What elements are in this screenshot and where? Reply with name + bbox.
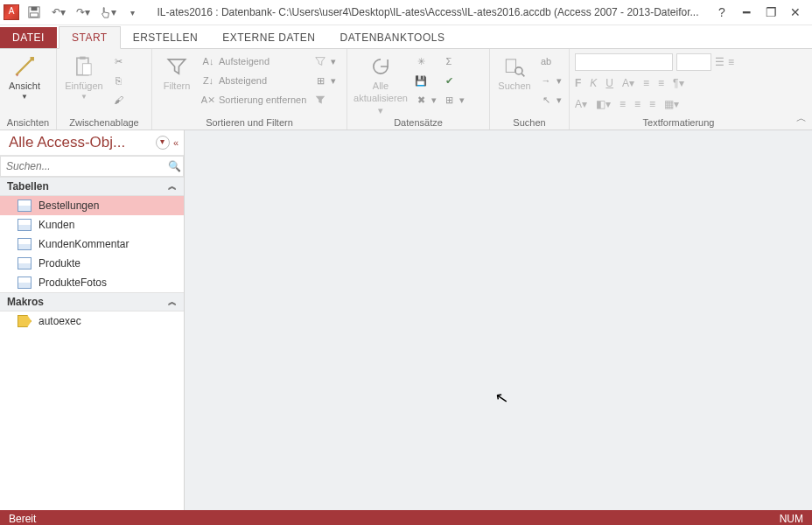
para-dir-icon[interactable]: ¶▾	[673, 77, 683, 89]
align-left-icon[interactable]: ≡	[620, 98, 626, 110]
font-size-combobox[interactable]	[676, 53, 711, 71]
chevron-up-icon: ︽	[168, 296, 177, 308]
filtern-label: Filtern	[164, 80, 191, 91]
save-record-icon[interactable]: 💾	[414, 72, 437, 89]
chevron-down-icon: ▼	[21, 93, 28, 101]
qat-customize-icon[interactable]: ▾	[122, 3, 142, 22]
table-icon	[18, 219, 32, 231]
bullets-icon[interactable]: ☰	[715, 56, 724, 68]
nav-item-label: autoexec	[38, 315, 81, 327]
advanced-filter-icon[interactable]: ⊞▾	[313, 72, 336, 89]
restore-button[interactable]: ❐	[763, 5, 779, 19]
close-button[interactable]: ✕	[788, 5, 803, 19]
absteigend-button[interactable]: Z↓Absteigend	[201, 72, 306, 89]
search-icon[interactable]: 🔍	[165, 160, 183, 172]
help-button[interactable]: ?	[714, 5, 730, 19]
group-ansichten-label: Ansichten	[5, 117, 51, 130]
highlight-icon[interactable]: A▾	[575, 98, 587, 110]
group-suchen-label: Suchen	[495, 117, 564, 130]
table-produkte[interactable]: Produkte	[0, 254, 184, 273]
table-bestellungen[interactable]: Bestellungen	[0, 196, 184, 215]
group-makros-header[interactable]: Makros ︽	[0, 292, 184, 312]
einfuegen-button[interactable]: Einfügen ▼	[62, 52, 106, 101]
einfuegen-label: Einfügen	[65, 80, 102, 91]
content-area: Alle Access-Obj... ▾ « 🔍 Tabellen ︽ Best…	[0, 130, 812, 510]
tab-start[interactable]: START	[59, 26, 121, 49]
new-record-icon[interactable]: ✳	[414, 52, 437, 70]
ansicht-button[interactable]: Ansicht ▼	[5, 52, 44, 101]
totals-icon[interactable]: Σ	[442, 52, 465, 70]
window-buttons: ? ━ ❐ ✕	[714, 5, 808, 19]
collapse-ribbon-icon[interactable]: ︿	[788, 111, 812, 130]
nav-collapse-icon[interactable]: «	[173, 137, 178, 148]
nav-dropdown-icon[interactable]: ▾	[156, 136, 170, 150]
select-icon[interactable]: ↖▾	[539, 91, 562, 108]
format-painter-icon[interactable]: 🖌	[111, 91, 125, 108]
titlebar: A ↶▾ ↷▾ ▾ ▾ IL-ates2016 : Datenbank- C:\…	[0, 0, 812, 25]
window-title: IL-ates2016 : Datenbank- C:\Users\user4\…	[147, 6, 709, 18]
toggle-filter-icon[interactable]	[313, 91, 336, 108]
fill-color-icon[interactable]: ◧▾	[596, 98, 611, 110]
group-textfmt-label: Textformatierung	[575, 117, 782, 130]
group-suchen: Suchen ab →▾ ↖▾ Suchen	[490, 49, 570, 130]
align-center-icon[interactable]: ≡	[634, 98, 640, 110]
italic-icon[interactable]: K	[590, 77, 597, 89]
delete-record-icon[interactable]: ✖▾	[414, 91, 437, 108]
suchen-label: Suchen	[498, 80, 530, 91]
table-icon	[18, 276, 32, 289]
font-color-icon[interactable]: A▾	[622, 77, 634, 89]
qat-touch-icon[interactable]: ▾	[98, 3, 117, 22]
font-name-combobox[interactable]	[575, 53, 673, 71]
group-datensaetze: Alle aktualisieren▾ ✳ 💾 ✖▾ Σ ✔ ⊞▾ Datens…	[347, 49, 490, 130]
group-zwischenablage: Einfügen ▼ ✂ ⎘ 🖌 Zwischenablage	[57, 49, 152, 130]
tab-erstellen[interactable]: ERSTELLEN	[121, 27, 211, 48]
table-icon	[18, 200, 32, 212]
replace-icon[interactable]: ab	[539, 52, 562, 70]
ribbon: Ansicht ▼ Ansichten Einfügen ▼ ✂ ⎘ 🖌 Zwi…	[0, 49, 812, 130]
macro-autoexec[interactable]: autoexec	[0, 312, 184, 331]
table-icon	[18, 257, 32, 270]
suchen-button[interactable]: Suchen	[495, 52, 534, 91]
qat-redo-icon[interactable]: ↷▾	[74, 3, 93, 22]
nav-item-label: Bestellungen	[38, 200, 99, 212]
mouse-cursor-icon: ↖	[494, 388, 510, 409]
copy-icon[interactable]: ⎘	[111, 72, 125, 89]
numbering-icon[interactable]: ≡	[728, 56, 734, 68]
indent-decrease-icon[interactable]: ≡	[643, 77, 649, 89]
minimize-button[interactable]: ━	[738, 5, 754, 19]
align-right-icon[interactable]: ≡	[649, 98, 655, 110]
chevron-down-icon: ▼	[80, 93, 88, 101]
table-kunden[interactable]: Kunden	[0, 215, 184, 234]
selection-filter-icon[interactable]: ▾	[313, 52, 336, 70]
qat-undo-icon[interactable]: ↶▾	[49, 3, 68, 22]
alle-label1: Alle	[373, 80, 388, 91]
table-produktefotos[interactable]: ProdukteFotos	[0, 273, 184, 292]
alle-aktualisieren-button[interactable]: Alle aktualisieren▾	[353, 52, 409, 116]
sortierung-entfernen-button[interactable]: A⨯Sortierung entfernen	[201, 91, 306, 108]
bold-icon[interactable]: F	[575, 77, 581, 89]
indent-increase-icon[interactable]: ≡	[658, 77, 664, 89]
search-input[interactable]	[1, 158, 165, 174]
goto-icon[interactable]: →▾	[539, 72, 562, 89]
group-sortfilter-label: Sortieren und Filtern	[158, 117, 341, 130]
aufsteigend-button[interactable]: A↓Aufsteigend	[201, 52, 306, 70]
cut-icon[interactable]: ✂	[111, 52, 125, 70]
nav-header[interactable]: Alle Access-Obj... ▾ «	[0, 130, 184, 156]
nav-item-label: ProdukteFotos	[38, 276, 107, 289]
group-datensaetze-label: Datensätze	[353, 117, 484, 130]
group-ansichten: Ansicht ▼ Ansichten	[0, 49, 57, 130]
gridlines-icon[interactable]: ▦▾	[664, 98, 679, 110]
more-records-icon[interactable]: ⊞▾	[442, 91, 465, 108]
filtern-button[interactable]: Filtern	[158, 52, 196, 91]
group-tabellen-header[interactable]: Tabellen ︽	[0, 177, 184, 196]
spelling-icon[interactable]: ✔	[442, 72, 465, 89]
tab-datei[interactable]: DATEI	[0, 27, 57, 48]
tab-datenbanktools[interactable]: DATENBANKTOOLS	[328, 27, 458, 48]
group-tabellen-label: Tabellen	[7, 180, 49, 192]
nav-item-label: KundenKommentar	[38, 238, 129, 250]
table-kundenkommentar[interactable]: KundenKommentar	[0, 234, 184, 254]
alle-label2: aktualisieren	[354, 93, 408, 103]
tab-externe-daten[interactable]: EXTERNE DATEN	[210, 27, 327, 48]
qat-save-icon[interactable]	[24, 3, 44, 22]
underline-icon[interactable]: U	[606, 77, 613, 89]
